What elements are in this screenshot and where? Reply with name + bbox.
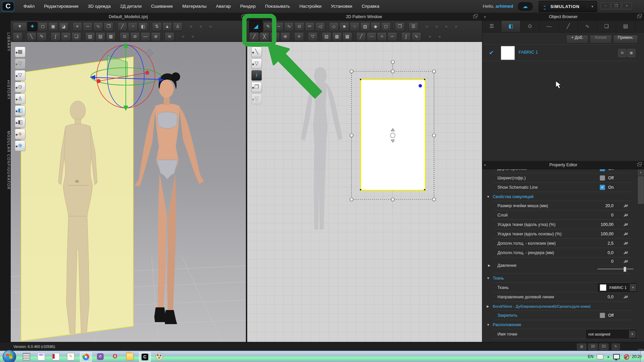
- copy-button[interactable]: Копия: [590, 35, 612, 44]
- tab-fabric-icon[interactable]: ◧: [501, 21, 521, 32]
- close-button[interactable]: ×: [622, 3, 632, 9]
- start-button[interactable]: [3, 350, 16, 362]
- show-garment-icon[interactable]: ▽◉: [15, 70, 25, 81]
- pattern-piece[interactable]: [361, 79, 425, 190]
- section-arrow-icon[interactable]: ▼: [487, 323, 490, 326]
- property-value[interactable]: 100,00: [601, 232, 613, 236]
- show-pins-2d-icon[interactable]: ╲◉: [251, 47, 262, 57]
- taskbar-clo-icon[interactable]: C: [139, 352, 151, 362]
- tack-seam-icon[interactable]: ∼: [83, 22, 93, 31]
- grainline-icon[interactable]: ╱: [356, 32, 366, 41]
- cut-pattern-icon[interactable]: ✂: [305, 22, 315, 31]
- menu-Файл[interactable]: Файл: [19, 0, 39, 13]
- overflow-icon[interactable]: »: [435, 33, 444, 41]
- tab-library[interactable]: LIBRARY: [0, 22, 11, 62]
- overflow-icon[interactable]: »: [196, 22, 205, 31]
- taskbar-calculator-icon[interactable]: [21, 352, 32, 361]
- taskbar-wordpad-icon[interactable]: [50, 352, 62, 361]
- show-garment-2d-icon[interactable]: ▽◉: [251, 58, 262, 69]
- tray-expand-icon[interactable]: ▲: [607, 355, 610, 358]
- select-box-icon[interactable]: ◻: [38, 22, 48, 31]
- property-mesh-size[interactable]: Размер ячейки меша (мм)20,0: [483, 201, 637, 210]
- fit-check-icon[interactable]: ▲: [162, 22, 172, 31]
- checkbox-on[interactable]: ✔: [600, 169, 605, 171]
- wrench-icon[interactable]: [623, 295, 628, 299]
- iron-icon[interactable]: ≡: [294, 32, 304, 41]
- show-cloth-ghost-icon[interactable]: ▽◉: [15, 58, 25, 69]
- wrench-icon[interactable]: [623, 213, 628, 218]
- fabric-list-item[interactable]: ✔ FABRIC 1 ⊞ ▣: [482, 44, 637, 61]
- show-fabric-back-icon[interactable]: ◧◉: [15, 117, 25, 128]
- menu-Справка[interactable]: Справка: [357, 0, 384, 13]
- texture-check-icon[interactable]: ▦: [106, 32, 116, 41]
- property-fabric-select[interactable]: ТканьFABRIC 1▼: [483, 283, 637, 292]
- shirring-icon[interactable]: ∽: [387, 32, 397, 41]
- minimize-button[interactable]: −: [600, 3, 610, 9]
- flatten-icon[interactable]: ◧: [138, 22, 148, 31]
- select-move-icon[interactable]: ✚: [28, 22, 37, 31]
- texture-shirt-icon[interactable]: ▤: [96, 32, 105, 41]
- collapse-icon[interactable]: ▸: [484, 13, 486, 21]
- shirt-show-icon[interactable]: ▽: [308, 32, 318, 41]
- menu-3D одежда[interactable]: 3D одежда: [83, 0, 115, 13]
- taskbar-viber-icon[interactable]: ✆: [95, 352, 106, 361]
- section-arrow-icon[interactable]: ▼: [487, 277, 490, 280]
- overflow-icon[interactable]: »: [442, 22, 451, 31]
- taskbar-paint-icon[interactable]: [154, 352, 165, 361]
- menu-2Д детали[interactable]: 2Д детали: [115, 0, 146, 13]
- taskbar-opera-icon[interactable]: O: [109, 352, 121, 361]
- tab-stitch-icon[interactable]: ╱: [559, 21, 578, 32]
- slider-thumb[interactable]: [624, 267, 626, 272]
- tab-history[interactable]: HISTORY: [0, 73, 11, 107]
- menu-Аватар[interactable]: Аватар: [211, 0, 235, 13]
- notch-icon[interactable]: ◁: [315, 22, 325, 31]
- popout-icon[interactable]: [637, 15, 641, 18]
- menu-Сшивание[interactable]: Сшивание: [146, 0, 177, 13]
- clo-logo-icon[interactable]: C: [2, 1, 14, 12]
- menu-Установки[interactable]: Установки: [326, 0, 357, 13]
- wrench-icon[interactable]: [623, 241, 628, 246]
- collapse-icon[interactable]: ▸: [484, 161, 486, 169]
- tack-icon[interactable]: ⌖: [72, 22, 82, 31]
- apply-button[interactable]: Примен.: [613, 35, 638, 44]
- keyboard-icon[interactable]: [597, 354, 603, 359]
- property-value[interactable]: 0: [611, 213, 613, 218]
- property-layer[interactable]: Слой0: [483, 210, 637, 220]
- wave-line-icon[interactable]: ≈: [377, 32, 387, 41]
- overflow-icon[interactable]: »: [432, 22, 441, 31]
- internal-polygon-icon[interactable]: ▨: [360, 22, 370, 31]
- taskbar-hex-editor-icon[interactable]: HEX: [36, 352, 47, 361]
- save-fabric-icon[interactable]: ▣: [627, 49, 635, 57]
- taskbar-text-editor-icon[interactable]: ✎: [65, 352, 76, 361]
- split-view-button[interactable]: ▥: [577, 344, 586, 350]
- tab-topstitch-icon[interactable]: —: [540, 21, 559, 32]
- tab-button-icon[interactable]: ⊙: [521, 21, 540, 32]
- buttonhole-icon[interactable]: ⊘: [130, 32, 140, 41]
- avatar-tool-icon[interactable]: ♙: [173, 22, 182, 31]
- property-fabric-section[interactable]: ▼Ткань: [483, 274, 637, 283]
- wrench-icon[interactable]: [623, 259, 628, 264]
- show-desktop-button[interactable]: [640, 351, 644, 362]
- pattern-color-icon[interactable]: ▦: [332, 32, 342, 41]
- property-shirring[interactable]: Ширинг(гофр.)Off: [483, 173, 637, 183]
- property-value[interactable]: 0,0: [608, 250, 613, 255]
- pressure-slider[interactable]: [597, 268, 634, 269]
- expand-arrow-icon[interactable]: ▶: [488, 264, 490, 267]
- section-arrow-icon[interactable]: ▶: [487, 305, 489, 308]
- property-thickness-render[interactable]: Дополн.толщ. - рендера (мм)0,0: [483, 248, 637, 257]
- button-sew-icon[interactable]: —: [141, 32, 150, 41]
- property-value[interactable]: 0: [611, 259, 613, 264]
- popout-icon[interactable]: [473, 15, 477, 18]
- tab-modular-configurator[interactable]: MODULAR CONFIGURATOR: [0, 117, 11, 204]
- wrench-icon[interactable]: [623, 232, 628, 236]
- username[interactable]: arhimed: [495, 4, 513, 9]
- property-show-schematic-line[interactable]: Show Schematic Line✔On: [483, 183, 637, 192]
- arrangement-icon[interactable]: ▼: [13, 22, 27, 31]
- section-arrow-icon[interactable]: ▶: [487, 342, 489, 342]
- add-point-icon[interactable]: ⊙: [294, 22, 304, 31]
- sewing-free-icon[interactable]: ∿: [93, 22, 103, 31]
- pin-sew-icon[interactable]: ✎: [37, 32, 47, 41]
- clothes-swap-icon[interactable]: ⇅: [152, 22, 162, 31]
- scroll-up-icon[interactable]: ▲: [638, 170, 644, 175]
- basting-icon[interactable]: ⋯: [367, 32, 376, 41]
